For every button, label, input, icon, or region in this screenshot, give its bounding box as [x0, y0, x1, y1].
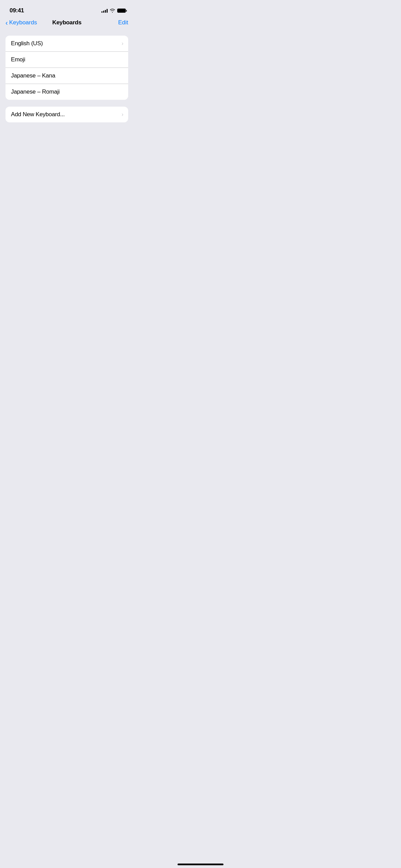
edit-button[interactable]: Edit — [118, 19, 128, 26]
signal-bar-3 — [105, 10, 106, 13]
back-button[interactable]: ‹ Keyboards — [5, 19, 37, 26]
list-item-japanese-kana[interactable]: Japanese – Kana — [5, 68, 128, 84]
signal-bar-2 — [103, 11, 104, 13]
chevron-right-icon: › — [122, 40, 123, 47]
list-item-japanese-romaji[interactable]: Japanese – Romaji — [5, 84, 128, 100]
list-item-english[interactable]: English (US) › — [5, 36, 128, 52]
status-bar: 09:41 — [0, 0, 134, 16]
signal-bar-1 — [101, 11, 102, 13]
content-area: English (US) › Emoji Japanese – Kana Jap… — [0, 30, 134, 122]
list-item-label: Emoji — [11, 56, 25, 63]
signal-bar-4 — [107, 9, 108, 13]
add-keyboard-group: Add New Keyboard... › — [5, 107, 128, 122]
list-item-label: Japanese – Romaji — [11, 88, 60, 95]
signal-bars-icon — [101, 9, 108, 13]
chevron-right-icon: › — [122, 111, 123, 118]
page-title: Keyboards — [52, 19, 81, 26]
nav-bar: ‹ Keyboards Keyboards Edit — [0, 16, 134, 30]
add-keyboard-label: Add New Keyboard... — [11, 111, 65, 118]
status-time: 09:41 — [10, 7, 24, 14]
list-item-emoji[interactable]: Emoji — [5, 52, 128, 68]
add-keyboard-button[interactable]: Add New Keyboard... › — [5, 107, 128, 122]
list-item-label: Japanese – Kana — [11, 72, 55, 79]
back-button-label: Keyboards — [9, 19, 37, 26]
wifi-icon — [110, 9, 115, 13]
back-chevron-icon: ‹ — [5, 19, 8, 26]
status-icons — [101, 9, 127, 13]
list-item-label: English (US) — [11, 40, 43, 47]
keyboards-list: English (US) › Emoji Japanese – Kana Jap… — [5, 36, 128, 100]
battery-tip — [126, 10, 127, 12]
battery-icon — [117, 9, 127, 13]
battery-body — [117, 9, 126, 13]
